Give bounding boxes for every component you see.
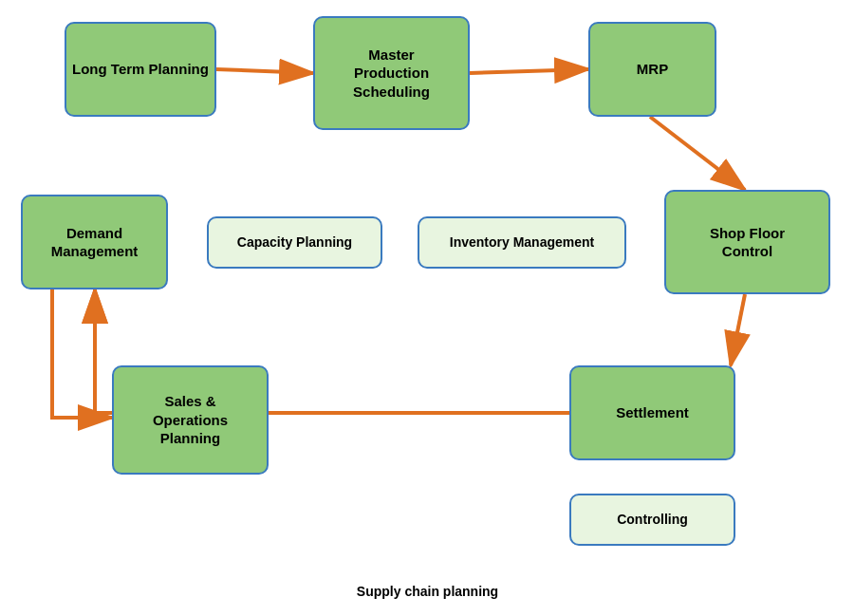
inventory-management-label: Inventory Management [450, 233, 594, 251]
demand-management-label: DemandManagement [51, 224, 139, 261]
svg-line-5 [731, 294, 745, 365]
long-term-planning-label: Long Term Planning [72, 60, 209, 79]
sales-operations-planning-node: Sales &OperationsPlanning [112, 365, 269, 475]
inventory-management-node: Inventory Management [418, 216, 626, 269]
svg-line-2 [216, 69, 313, 73]
long-term-planning-node: Long Term Planning [65, 22, 216, 117]
shop-floor-control-node: Shop FloorControl [664, 190, 830, 294]
master-production-label: MasterProductionScheduling [353, 46, 430, 102]
settlement-label: Settlement [616, 403, 689, 422]
svg-line-4 [650, 117, 745, 190]
mrp-label: MRP [637, 60, 668, 79]
capacity-planning-label: Capacity Planning [237, 233, 352, 251]
controlling-node: Controlling [569, 494, 735, 546]
sales-operations-label: Sales &OperationsPlanning [153, 392, 228, 448]
demand-management-node: DemandManagement [21, 195, 168, 289]
svg-line-3 [470, 69, 588, 73]
controlling-label: Controlling [617, 511, 688, 528]
diagram-caption: Supply chain planning [0, 584, 855, 599]
settlement-node: Settlement [569, 365, 735, 460]
master-production-scheduling-node: MasterProductionScheduling [313, 16, 470, 130]
capacity-planning-node: Capacity Planning [207, 216, 382, 269]
shop-floor-control-label: Shop FloorControl [710, 224, 785, 261]
diagram-container: Long Term Planning MasterProductionSched… [0, 0, 855, 616]
mrp-node: MRP [588, 22, 716, 117]
